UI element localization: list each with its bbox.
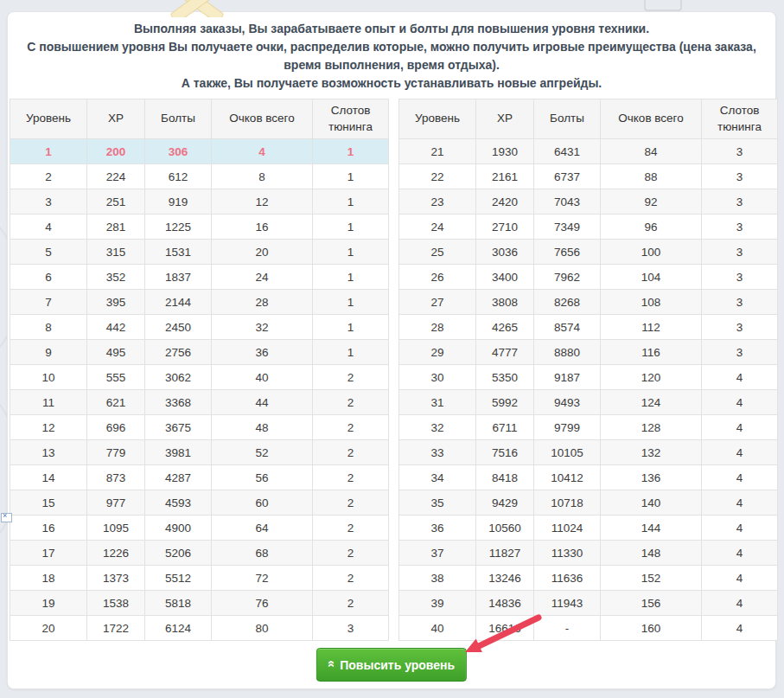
col-header-tuning-slots: Слотов тюнинга: [702, 99, 778, 139]
table-cell: 3: [702, 189, 778, 215]
table-cell: 8880: [534, 340, 601, 365]
table-cell: 4: [702, 616, 778, 641]
table-cell: 108: [601, 290, 702, 315]
table-cell: 7349: [534, 215, 601, 240]
col-header-level: Уровень: [10, 99, 87, 139]
table-cell: 68: [212, 541, 313, 566]
table-cell: 2: [313, 415, 389, 440]
table-cell: 24: [212, 265, 313, 290]
intro-line: Выполняя заказы, Вы зарабатываете опыт и…: [23, 20, 760, 38]
table-cell: 3675: [145, 415, 212, 440]
table-cell: 33: [399, 440, 476, 465]
table-cell: 25: [399, 240, 476, 265]
table-cell: 495: [87, 340, 145, 365]
table-cell: 3036: [476, 240, 534, 265]
level-up-button[interactable]: «Повысить уровень: [316, 648, 467, 682]
table-row: 1712265206682: [10, 541, 389, 566]
table-cell: 116: [601, 340, 702, 365]
table-cell: 120: [601, 365, 702, 390]
table-cell: 8268: [534, 290, 601, 315]
table-cell: 100: [601, 240, 702, 265]
table-cell: 7962: [534, 265, 601, 290]
table-cell: 1722: [87, 616, 145, 641]
table-cell: 8574: [534, 315, 601, 340]
table-cell: 12: [10, 415, 87, 440]
table-cell: 38: [399, 566, 476, 591]
table-row: 42811225161: [10, 215, 389, 240]
table-cell: 3: [702, 265, 778, 290]
table-cell: 28: [399, 315, 476, 340]
table-row: 3711827113301484: [399, 541, 778, 566]
table-cell: 80: [212, 616, 313, 641]
table-cell: 3: [702, 315, 778, 340]
table-cell: 23: [399, 189, 476, 215]
table-cell: 2710: [476, 215, 534, 240]
col-header-points: Очков всего: [601, 99, 702, 139]
table-cell: 4: [702, 365, 778, 390]
table-row: 32671197991284: [399, 415, 778, 440]
table-cell: 352: [87, 265, 145, 290]
table-cell: 32: [212, 315, 313, 340]
intro-line: А также, Вы получаете возможность устана…: [23, 74, 760, 93]
table-row: 126963675482: [10, 415, 389, 440]
table-cell: 4: [702, 591, 778, 616]
table-cell: 1930: [476, 139, 534, 164]
table-cell: 1: [313, 290, 389, 315]
table-cell: 11330: [534, 541, 601, 566]
table-row: 2119306431843: [399, 139, 778, 164]
table-cell: 9799: [534, 415, 601, 440]
table-cell: 56: [212, 465, 313, 490]
table-cell: 9187: [534, 365, 601, 390]
table-cell: 4: [702, 465, 778, 490]
col-header-level: Уровень: [399, 99, 476, 139]
table-cell: 21: [399, 139, 476, 164]
table-cell: 2450: [145, 315, 212, 340]
table-row: 31599294931244: [399, 390, 778, 415]
table-cell: 696: [87, 415, 145, 440]
table-cell: 621: [87, 390, 145, 415]
table-cell: 160: [601, 616, 702, 641]
table-cell: 1225: [145, 215, 212, 240]
table-row: 148734287562: [10, 465, 389, 490]
table-cell: 2: [313, 591, 389, 616]
table-cell: 4: [702, 541, 778, 566]
table-row: 337516101051324: [399, 440, 778, 465]
table-cell: 13: [10, 440, 87, 465]
table-cell: 2: [313, 465, 389, 490]
table-cell: 1: [313, 265, 389, 290]
table-cell: 1837: [145, 265, 212, 290]
table-row: 1610954900642: [10, 515, 389, 541]
content-card: Выполняя заказы, Вы зарабатываете опыт и…: [7, 11, 776, 689]
intro-line: С повышением уровня Вы получаете очки, р…: [23, 38, 760, 74]
table-row: 348418104121364: [399, 465, 778, 490]
table-row: 1813735512722: [10, 566, 389, 591]
table-cell: 8418: [476, 465, 534, 490]
table-cell: 3062: [145, 365, 212, 390]
table-cell: 132: [601, 440, 702, 465]
table-cell: 1373: [87, 566, 145, 591]
col-header-bolts: Болты: [145, 99, 212, 139]
table-cell: 3368: [145, 390, 212, 415]
table-cell: 779: [87, 440, 145, 465]
table-cell: 1: [313, 189, 389, 215]
table-cell: 1: [313, 240, 389, 265]
table-cell: 1538: [87, 591, 145, 616]
table-row: 2221616737883: [399, 164, 778, 189]
red-arrow-annotation: [445, 595, 583, 669]
table-row: 2324207043923: [399, 189, 778, 215]
background-illustration: [644, 0, 682, 11]
table-cell: 27: [399, 290, 476, 315]
table-cell: 1: [313, 340, 389, 365]
table-cell: 4: [10, 215, 87, 240]
table-cell: 10718: [534, 490, 601, 515]
table-cell: 88: [601, 164, 702, 189]
table-cell: 144: [601, 515, 702, 541]
table-row: 29477788801163: [399, 340, 778, 365]
background-yellow-x-illustration: [163, 0, 228, 17]
table-cell: 3: [702, 139, 778, 164]
table-cell: 2: [313, 566, 389, 591]
table-body: 2119306431843222161673788323242070439232…: [399, 139, 778, 641]
intro-text: Выполняя заказы, Вы зарабатываете опыт и…: [23, 20, 760, 93]
table-row: 28426585741123: [399, 315, 778, 340]
table-cell: 92: [601, 189, 702, 215]
